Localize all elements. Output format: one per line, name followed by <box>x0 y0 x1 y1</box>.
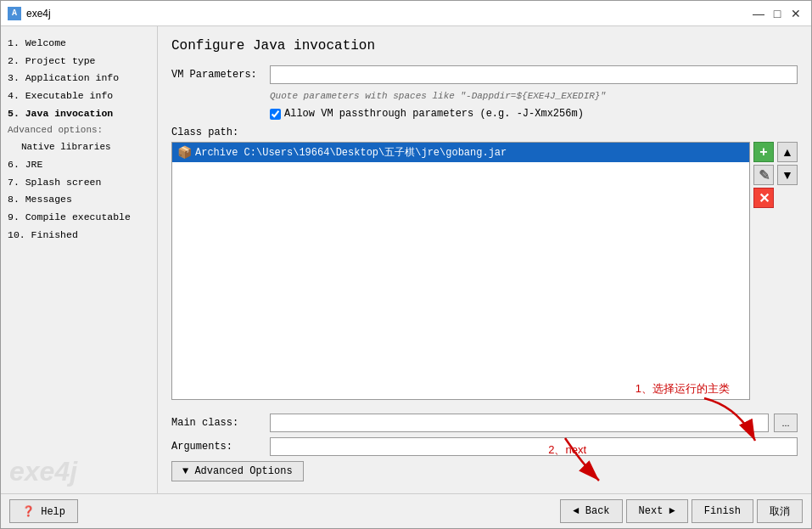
classpath-section: Class path: 📦 Archive C:\Users\19664\Des… <box>171 127 798 400</box>
next-button[interactable]: Next ► <box>626 499 688 523</box>
sidebar-item-java-invocation[interactable]: 5. Java invocation <box>8 105 150 123</box>
classpath-container: 📦 Archive C:\Users\19664\Desktop\五子棋\jre… <box>171 142 798 400</box>
sidebar-item-splash-screen[interactable]: 7. Splash screen <box>8 174 150 192</box>
classpath-item[interactable]: 📦 Archive C:\Users\19664\Desktop\五子棋\jre… <box>172 143 749 162</box>
sidebar-item-finished[interactable]: 10. Finished <box>8 227 150 245</box>
passthrough-checkbox-row: Allow VM passthrough parameters (e.g. -J… <box>171 108 798 120</box>
vm-parameters-label: VM Parameters: <box>171 69 265 81</box>
bottom-section: Main class: ... Arguments: ▼ Advanced Op… <box>171 414 798 481</box>
passthrough-label: Allow VM passthrough parameters (e.g. -J… <box>284 108 584 120</box>
main-panel: Configure Java invocation VM Parameters:… <box>158 26 811 493</box>
classpath-side-buttons: + ✎ ✕ <box>753 142 774 400</box>
minimize-button[interactable]: — <box>750 5 767 22</box>
scroll-up-button[interactable]: ▲ <box>777 142 798 162</box>
window-title: exe4j <box>26 8 51 20</box>
sidebar: 1. Welcome 2. Project type 3. Applicatio… <box>1 26 158 493</box>
main-class-browse-button[interactable]: ... <box>774 414 798 432</box>
annotation2-arrow <box>540 430 624 489</box>
scroll-buttons: ▲ ▼ <box>777 142 798 400</box>
annotation1-text: 1、选择运行的主类 <box>636 381 730 397</box>
arguments-label: Arguments: <box>171 441 265 453</box>
app-icon: A <box>8 7 21 20</box>
sidebar-item-compile-executable[interactable]: 9. Compile executable <box>8 209 150 227</box>
arguments-input[interactable] <box>270 437 798 456</box>
page-title: Configure Java invocation <box>171 38 798 53</box>
classpath-remove-button[interactable]: ✕ <box>753 188 774 208</box>
jar-icon: 📦 <box>177 145 192 160</box>
sidebar-item-messages[interactable]: 8. Messages <box>8 191 150 209</box>
classpath-add-button[interactable]: + <box>753 142 774 162</box>
sidebar-item-advanced-options-header: Advanced options: <box>8 122 150 139</box>
close-button[interactable]: ✕ <box>787 5 804 22</box>
title-bar-left: A exe4j <box>8 7 51 20</box>
classpath-list[interactable]: 📦 Archive C:\Users\19664\Desktop\五子棋\jre… <box>171 142 750 400</box>
main-class-label: Main class: <box>171 417 265 429</box>
help-button[interactable]: ❓ Help <box>9 499 78 523</box>
arguments-row: Arguments: <box>171 437 798 456</box>
passthrough-checkbox[interactable] <box>270 109 281 120</box>
sidebar-item-native-libraries[interactable]: Native libraries <box>8 139 150 156</box>
title-bar-controls: — □ ✕ <box>750 5 804 22</box>
main-class-input[interactable] <box>270 414 769 432</box>
back-button[interactable]: ◄ Back <box>560 499 622 523</box>
scroll-down-button[interactable]: ▼ <box>777 165 798 185</box>
vm-hint-text: Quote parameters with spaces like "-Dapp… <box>171 91 798 101</box>
classpath-edit-button[interactable]: ✎ <box>753 165 774 185</box>
advanced-options-button[interactable]: ▼ Advanced Options <box>171 461 304 481</box>
main-class-row: Main class: ... <box>171 414 798 432</box>
footer-right-buttons: ◄ Back Next ► Finish 取消 <box>560 499 803 523</box>
vm-parameters-input[interactable] <box>270 65 798 84</box>
content-area: 1. Welcome 2. Project type 3. Applicatio… <box>1 26 811 493</box>
sidebar-item-project-type[interactable]: 2. Project type <box>8 53 150 70</box>
main-window: A exe4j — □ ✕ 1. Welcome 2. Project type… <box>0 0 812 529</box>
classpath-item-text: Archive C:\Users\19664\Desktop\五子棋\jre\g… <box>195 145 507 160</box>
sidebar-item-application-info[interactable]: 3. Application info <box>8 70 150 87</box>
sidebar-logo: exe4j <box>9 458 77 485</box>
classpath-label: Class path: <box>171 127 798 138</box>
footer: ❓ Help ◄ Back Next ► Finish 取消 <box>1 493 811 528</box>
sidebar-item-welcome[interactable]: 1. Welcome <box>8 35 150 53</box>
cancel-button[interactable]: 取消 <box>757 499 803 523</box>
title-bar: A exe4j — □ ✕ <box>1 1 811 26</box>
maximize-button[interactable]: □ <box>769 5 786 22</box>
finish-button[interactable]: Finish <box>692 499 753 523</box>
vm-parameters-row: VM Parameters: <box>171 65 798 84</box>
sidebar-item-jre[interactable]: 6. JRE <box>8 156 150 174</box>
sidebar-item-executable-info[interactable]: 4. Executable info <box>8 87 150 105</box>
